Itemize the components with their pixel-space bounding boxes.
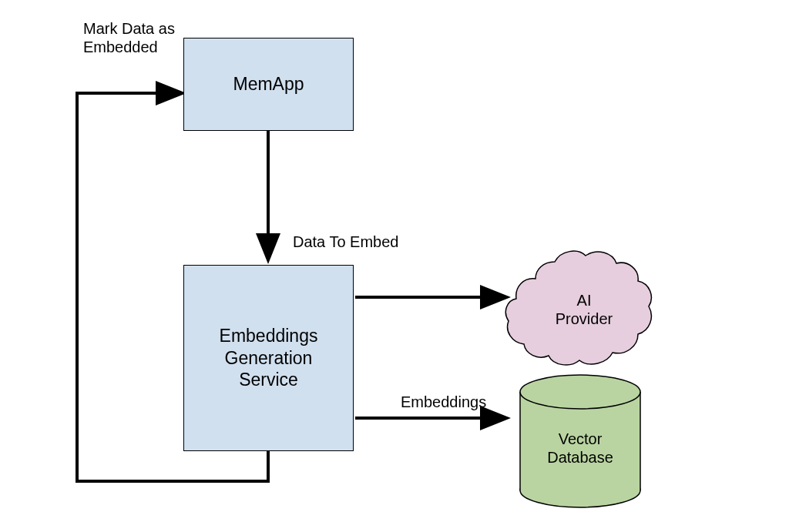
label-data-to-embed: Data To Embed xyxy=(293,233,399,251)
vector-database-label: Vector Database xyxy=(542,430,619,467)
label-embeddings: Embeddings xyxy=(401,393,486,411)
memapp-label: MemApp xyxy=(233,73,304,95)
service-label: Embeddings Generation Service xyxy=(220,325,318,391)
svg-point-5 xyxy=(520,375,640,409)
label-mark-data: Mark Data as Embedded xyxy=(83,19,175,56)
memapp-box: MemApp xyxy=(183,38,354,131)
ai-provider-label: AI Provider xyxy=(553,291,615,328)
architecture-diagram: MemApp Embeddings Generation Service Mar… xyxy=(0,0,789,532)
service-box: Embeddings Generation Service xyxy=(183,265,354,451)
diagram-svg xyxy=(0,0,789,532)
